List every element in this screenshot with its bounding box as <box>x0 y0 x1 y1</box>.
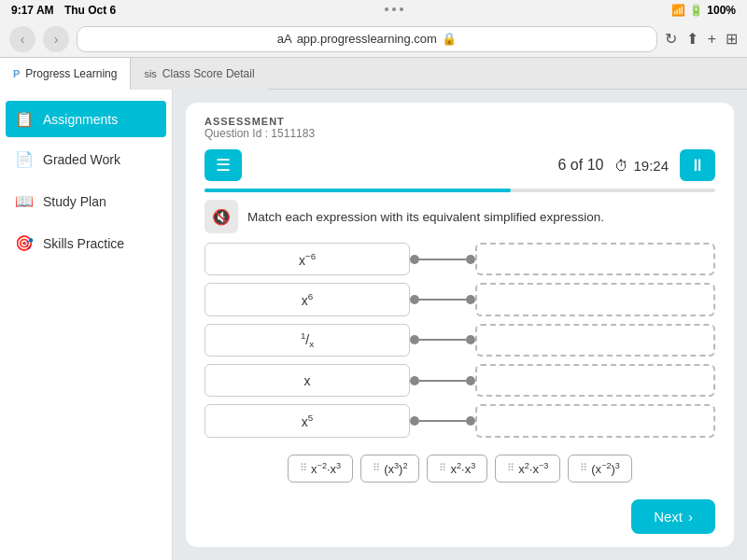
grid-icon-1: ⠿ <box>300 462 307 474</box>
expr-2: x6 <box>302 291 313 308</box>
question-text: Match each expression with its equivalen… <box>247 210 604 224</box>
choice-label-2: (x3)2 <box>384 461 407 476</box>
chevron-right-icon: › <box>688 509 693 525</box>
sidebar-item-graded-work[interactable]: 📄 Graded Work <box>0 139 172 179</box>
back-button[interactable]: ‹ <box>9 26 35 52</box>
tab-label-score: Class Score Detail <box>162 67 255 80</box>
expressions-column: x−6 x6 1/x x x5 <box>204 243 410 438</box>
assignments-icon: 📋 <box>15 110 34 128</box>
wifi-icon: 📶 <box>671 4 685 17</box>
next-button[interactable]: Next › <box>631 499 715 534</box>
tabs-bar: P Progress Learning sis Class Score Deta… <box>0 58 747 90</box>
connector-4 <box>410 364 475 397</box>
expr-box-4[interactable]: x <box>204 364 410 397</box>
assessment-header: ASSESSMENT Question Id : 1511183 <box>204 116 715 140</box>
choice-2[interactable]: ⠿ (x3)2 <box>360 455 419 483</box>
connector-2 <box>410 283 475 315</box>
choice-5[interactable]: ⠿ (x−2)3 <box>568 455 632 483</box>
assessment-card: ASSESSMENT Question Id : 1511183 ☰ 6 of … <box>186 103 734 547</box>
next-btn-row: Next › <box>204 496 715 534</box>
target-box-2[interactable] <box>475 283 715 315</box>
tab-label-progress: Progress Learning <box>25 67 117 80</box>
grid-icon-4: ⠿ <box>507 462 514 474</box>
forward-button[interactable]: › <box>43 26 69 52</box>
sidebar-label-graded: Graded Work <box>43 152 120 167</box>
lock-icon: 🔒 <box>442 32 457 46</box>
assessment-title: ASSESSMENT <box>204 116 715 127</box>
connector-5 <box>410 404 475 437</box>
choice-label-1: x−2·x3 <box>311 461 341 476</box>
refresh-button[interactable]: ↻ <box>665 30 677 48</box>
target-box-5[interactable] <box>475 404 715 437</box>
toolbar-row: ☰ 6 of 10 ⏱ 19:24 ⏸ <box>204 149 715 181</box>
grid-icon-2: ⠿ <box>373 462 380 474</box>
sidebar-label-skills: Skills Practice <box>43 236 124 251</box>
expr-box-3[interactable]: 1/x <box>204 324 410 357</box>
sidebar-item-study-plan[interactable]: 📖 Study Plan <box>0 181 172 221</box>
share-button[interactable]: ⬆ <box>686 30 698 48</box>
tab-class-score[interactable]: sis Class Score Detail <box>131 58 267 90</box>
choice-4[interactable]: ⠿ x2·x−3 <box>495 455 560 483</box>
connectors-column <box>410 243 475 438</box>
expr-box-1[interactable]: x−6 <box>204 243 410 275</box>
tab-icon-sis: sis <box>144 68 156 79</box>
expr-box-5[interactable]: x5 <box>204 404 410 437</box>
sidebar-label-assignments: Assignments <box>43 112 118 127</box>
address-bar[interactable]: aA app.progresslearning.com 🔒 <box>77 26 657 52</box>
status-time: 9:17 AM <box>11 4 54 17</box>
choice-1[interactable]: ⠿ x−2·x3 <box>288 455 353 483</box>
grid-icon-3: ⠿ <box>439 462 446 474</box>
sidebar-label-study: Study Plan <box>43 194 106 209</box>
question-row: 🔇 Match each expression with its equival… <box>204 200 715 233</box>
matching-container: x−6 x6 1/x x x5 <box>204 243 715 438</box>
clock-icon: ⏱ <box>614 158 628 174</box>
next-label: Next <box>654 509 683 525</box>
connector-3 <box>410 324 475 357</box>
content-area: ASSESSMENT Question Id : 1511183 ☰ 6 of … <box>173 90 747 560</box>
url-text: app.progresslearning.com <box>297 32 437 46</box>
tabs-button[interactable]: ⊞ <box>726 30 738 48</box>
expr-3: 1/x <box>301 330 314 349</box>
study-plan-icon: 📖 <box>15 192 34 210</box>
toolbar-right: 6 of 10 ⏱ 19:24 ⏸ <box>558 149 715 181</box>
tab-progress-learning[interactable]: P Progress Learning <box>0 58 131 90</box>
audio-button[interactable]: 🔇 <box>204 200 238 233</box>
target-box-1[interactable] <box>475 243 715 275</box>
expr-4: x <box>304 373 311 388</box>
choice-label-4: x2·x−3 <box>518 461 548 476</box>
sidebar-item-assignments[interactable]: 📋 Assignments <box>6 101 166 137</box>
battery-percent: 100% <box>707 4 736 17</box>
sidebar: 📋 Assignments 📄 Graded Work 📖 Study Plan… <box>0 90 173 560</box>
progress-bar <box>204 189 715 192</box>
progress-fill <box>204 189 511 192</box>
status-date: Thu Oct 6 <box>64 4 116 17</box>
grid-icon-5: ⠿ <box>580 462 587 474</box>
answer-choices: ⠿ x−2·x3 ⠿ (x3)2 ⠿ x2·x3 ⠿ x2·x−3 ⠿ (x <box>204 447 715 486</box>
choice-label-5: (x−2)3 <box>591 461 620 476</box>
target-box-3[interactable] <box>475 324 715 357</box>
menu-button[interactable]: ☰ <box>204 149 242 181</box>
pause-button[interactable]: ⏸ <box>680 149 715 181</box>
question-id: Question Id : 1511183 <box>204 127 715 140</box>
browser-chrome: ‹ › aA app.progresslearning.com 🔒 ↻ ⬆ + … <box>0 21 747 58</box>
timer-value: 19:24 <box>633 158 669 174</box>
expr-box-2[interactable]: x6 <box>204 283 410 315</box>
timer: ⏱ 19:24 <box>614 158 669 174</box>
targets-column <box>475 243 715 438</box>
add-tab-button[interactable]: + <box>708 31 716 48</box>
question-count: 6 of 10 <box>558 157 604 174</box>
graded-work-icon: 📄 <box>15 150 34 168</box>
battery-icon: 🔋 <box>689 4 703 17</box>
connector-1 <box>410 243 475 275</box>
choice-label-3: x2·x3 <box>450 461 475 476</box>
choice-3[interactable]: ⠿ x2·x3 <box>427 455 487 483</box>
skills-icon: 🎯 <box>15 234 34 252</box>
expr-1: x−6 <box>299 251 316 268</box>
main-layout: 📋 Assignments 📄 Graded Work 📖 Study Plan… <box>0 90 747 560</box>
sidebar-item-skills-practice[interactable]: 🎯 Skills Practice <box>0 223 172 263</box>
target-box-4[interactable] <box>475 364 715 397</box>
status-bar: 9:17 AM Thu Oct 6 📶 🔋 100% <box>0 0 747 21</box>
tab-icon-progress: P <box>13 68 20 79</box>
font-size-btn: aA <box>277 32 292 46</box>
expr-5: x5 <box>302 413 313 429</box>
